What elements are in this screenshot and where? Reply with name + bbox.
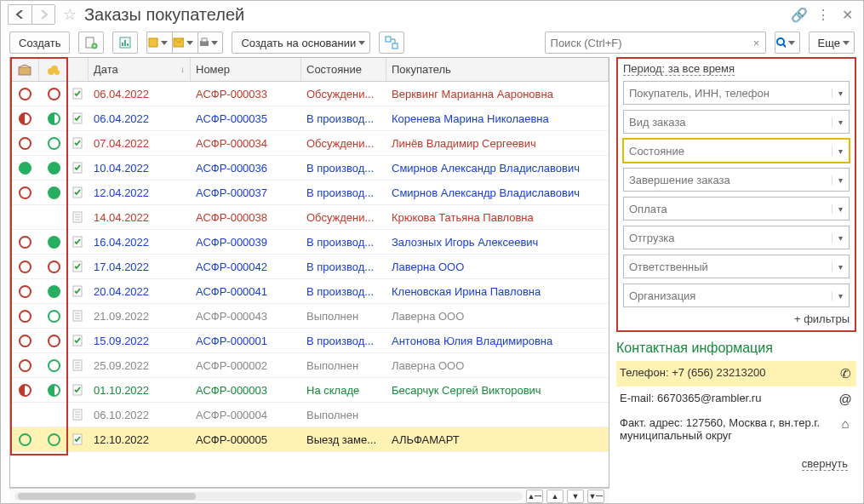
col-status2[interactable] <box>39 58 68 81</box>
dropdown-icon[interactable]: ▾ <box>832 117 849 127</box>
phone-icon[interactable]: ✆ <box>838 366 853 381</box>
create-button[interactable]: Создать <box>9 32 70 54</box>
orders-grid[interactable]: Дата↓ Номер Состояние Покупатель 06.04.2… <box>9 57 609 488</box>
buyer-cell: Линёв Владимир Сергеевич <box>386 131 609 155</box>
status1-cell <box>10 279 39 303</box>
dropdown-icon[interactable]: ▾ <box>832 291 849 301</box>
dropdown-icon[interactable]: ▾ <box>832 89 849 98</box>
filter-state[interactable]: ▾ <box>623 139 850 163</box>
col-number[interactable]: Номер <box>191 58 301 81</box>
period-link[interactable]: Период: за все время <box>623 62 735 76</box>
filter-org[interactable]: ▾ <box>623 284 850 307</box>
number-cell: АСФР-000033 <box>191 82 301 106</box>
contact-address-row: Факт. адрес: 127560, Москва г, вн.тер.г.… <box>616 411 856 447</box>
buyer-cell: Лаверна ООО <box>386 304 609 328</box>
filter-buyer[interactable]: ▾ <box>623 81 850 105</box>
table-row[interactable]: 12.10.2022АСФР-000005Выезд заме...АЛЬФАМ… <box>10 427 609 452</box>
kebab-menu-icon[interactable]: ⋮ <box>814 5 833 24</box>
dropdown-icon[interactable]: ▾ <box>832 204 849 214</box>
table-row[interactable]: 20.04.2022АСФР-000041В производ...Кленов… <box>10 279 609 304</box>
search-field[interactable]: × <box>545 32 766 54</box>
collapse-link[interactable]: свернуть <box>802 457 848 471</box>
report-button[interactable] <box>112 32 138 54</box>
number-cell: АСФР-000039 <box>191 230 301 254</box>
svg-rect-11 <box>392 43 398 49</box>
number-cell: АСФР-000035 <box>191 106 301 130</box>
status1-cell <box>10 205 39 229</box>
date-cell: 06.04.2022 <box>89 82 191 106</box>
col-doc[interactable] <box>68 58 89 81</box>
email-icon[interactable]: @ <box>838 392 853 406</box>
status1-cell <box>10 82 39 106</box>
status1-cell <box>10 353 39 377</box>
copy-button[interactable] <box>78 32 104 54</box>
table-row[interactable]: 01.10.2022АСФР-000003На складеБесарчук С… <box>10 378 609 403</box>
home-icon[interactable]: ⌂ <box>838 416 853 431</box>
add-filters-link[interactable]: + фильтры <box>623 312 850 325</box>
status1-cell <box>10 131 39 155</box>
search-input[interactable] <box>546 37 748 49</box>
attach-button[interactable] <box>146 32 172 54</box>
number-cell: АСФР-000041 <box>191 279 301 303</box>
date-cell: 10.04.2022 <box>89 156 191 180</box>
close-icon[interactable]: ✕ <box>838 5 856 24</box>
col-state[interactable]: Состояние <box>301 58 386 81</box>
scroll-down-button[interactable]: ▼ <box>567 490 584 503</box>
state-cell: Выезд заме... <box>301 427 386 451</box>
dropdown-icon[interactable]: ▾ <box>832 233 849 243</box>
scroll-top-button[interactable]: ▲ <box>526 490 543 503</box>
print-button[interactable] <box>197 32 223 54</box>
contact-phone-row[interactable]: Телефон: +7 (656) 23213200 ✆ <box>616 361 856 387</box>
table-row[interactable]: 17.04.2022АСФР-000042В производ...Лаверн… <box>10 255 609 279</box>
status1-cell <box>10 304 39 328</box>
filter-responsible[interactable]: ▾ <box>623 255 850 278</box>
filter-shipment[interactable]: ▾ <box>623 226 850 249</box>
table-row[interactable]: 10.04.2022АСФР-000036В производ...Смирно… <box>10 156 609 180</box>
table-row[interactable]: 21.09.2022АСФР-000043ВыполненЛаверна ООО <box>10 304 609 329</box>
favorite-star-icon[interactable]: ☆ <box>60 5 79 24</box>
dropdown-icon[interactable]: ▾ <box>832 175 849 185</box>
number-cell: АСФР-000004 <box>191 403 301 427</box>
state-cell: Обсуждени... <box>301 205 386 229</box>
filter-completion[interactable]: ▾ <box>623 168 850 192</box>
table-row[interactable]: 06.04.2022АСФР-000035В производ...Корене… <box>10 106 609 131</box>
nav-back-button[interactable] <box>8 4 31 25</box>
scroll-up-button[interactable]: ▲ <box>546 490 564 503</box>
dropdown-icon[interactable]: ▾ <box>832 262 849 272</box>
col-status1[interactable] <box>10 58 39 81</box>
number-cell: АСФР-000002 <box>191 353 301 377</box>
date-cell: 17.04.2022 <box>89 255 191 278</box>
table-row[interactable]: 25.09.2022АСФР-000002ВыполненЛаверна ООО <box>10 353 609 378</box>
search-clear-icon[interactable]: × <box>748 37 765 49</box>
structure-button[interactable] <box>379 32 404 54</box>
col-date[interactable]: Дата↓ <box>89 58 191 81</box>
mail-button[interactable] <box>172 32 197 54</box>
create-based-button[interactable]: Создать на основании <box>232 32 370 54</box>
table-row[interactable]: 14.04.2022АСФР-000038Обсуждени...Крюкова… <box>10 205 609 230</box>
doc-icon-cell <box>68 205 89 229</box>
filter-payment[interactable]: ▾ <box>623 197 850 220</box>
col-buyer[interactable]: Покупатель <box>386 58 609 81</box>
filter-order-type[interactable]: ▾ <box>623 110 850 134</box>
table-row[interactable]: 06.04.2022АСФР-000033Обсуждени...Верквин… <box>10 82 609 106</box>
more-button[interactable]: Еще <box>809 32 855 54</box>
state-cell: Выполнен <box>301 353 386 377</box>
doc-icon-cell <box>68 156 89 180</box>
search-run-button[interactable] <box>775 32 800 54</box>
table-row[interactable]: 15.09.2022АСФР-000001В производ...Антоно… <box>10 329 609 353</box>
doc-icon-cell <box>68 353 89 377</box>
contact-email-row[interactable]: E-mail: 6670365@rambler.ru @ <box>616 387 856 411</box>
table-row[interactable]: 12.04.2022АСФР-000037В производ...Смирно… <box>10 180 609 205</box>
status2-cell <box>39 304 68 328</box>
buyer-cell: Лаверна ООО <box>386 353 609 377</box>
table-row[interactable]: 07.04.2022АСФР-000034Обсуждени...Линёв В… <box>10 131 609 156</box>
date-cell: 07.04.2022 <box>89 131 191 155</box>
table-row[interactable]: 06.10.2022АСФР-000004Выполнен <box>10 403 609 427</box>
h-scrollbar[interactable] <box>14 492 523 501</box>
table-row[interactable]: 16.04.2022АСФР-000039В производ...Залозн… <box>10 230 609 255</box>
dropdown-icon[interactable]: ▾ <box>832 146 849 156</box>
scroll-bottom-button[interactable]: ▼ <box>587 490 604 503</box>
nav-forward-button[interactable] <box>31 4 55 25</box>
link-icon[interactable]: 🔗 <box>790 5 809 24</box>
status1-cell <box>10 255 39 278</box>
